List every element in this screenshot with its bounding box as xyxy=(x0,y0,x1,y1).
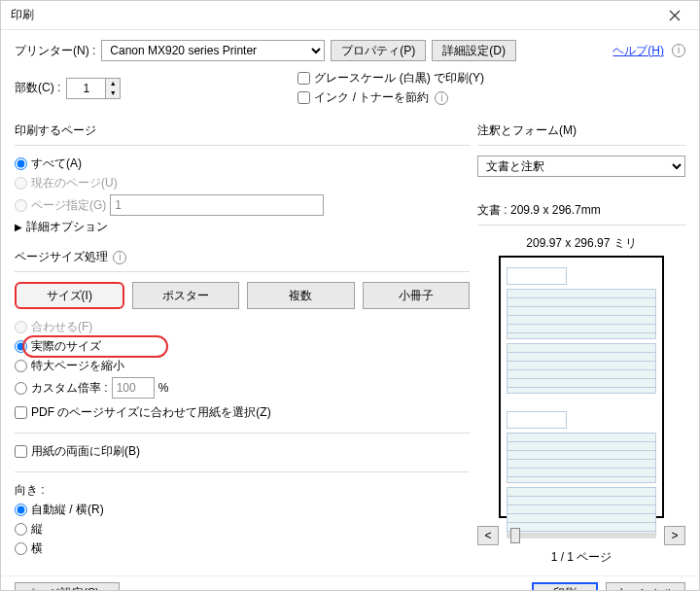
page-indicator: 1 / 1 ページ xyxy=(477,549,685,566)
copies-up[interactable]: ▲ xyxy=(106,79,120,88)
orient-portrait-radio[interactable] xyxy=(15,523,27,536)
document-label: 文書 : xyxy=(477,203,508,217)
next-page-button[interactable]: > xyxy=(664,526,685,545)
pages-all-radio[interactable] xyxy=(15,157,27,170)
print-button[interactable]: 印刷 xyxy=(532,582,598,591)
pages-current-radio xyxy=(15,177,27,190)
document-size: 209.9 x 296.7mm xyxy=(510,203,601,217)
triangle-right-icon: ▶ xyxy=(15,222,22,232)
size-handling-label: ページサイズ処理 xyxy=(15,250,108,263)
duplex-checkbox[interactable] xyxy=(15,445,27,458)
pages-range-radio xyxy=(15,199,27,212)
copies-spinner[interactable]: ▲ ▼ xyxy=(66,78,121,99)
advanced-button[interactable]: 詳細設定(D) xyxy=(432,40,516,61)
info-icon[interactable]: i xyxy=(435,91,448,105)
printer-label: プリンター(N) : xyxy=(15,43,95,59)
orientation-label: 向き : xyxy=(15,482,470,499)
grayscale-label: グレースケール (白黒) で印刷(Y) xyxy=(314,70,484,87)
copies-label: 部数(C) : xyxy=(15,80,60,96)
copies-input[interactable] xyxy=(66,78,105,99)
tab-booklet[interactable]: 小冊子 xyxy=(363,282,471,309)
pages-group-title: 印刷するページ xyxy=(15,122,470,139)
fit-radio xyxy=(15,321,27,333)
page-slider[interactable] xyxy=(507,533,656,539)
actual-size-label: 実際のサイズ xyxy=(31,338,101,355)
advanced-options-expander[interactable]: ▶ 詳細オプション xyxy=(15,219,470,235)
help-icon[interactable]: i xyxy=(672,44,685,57)
preview-size: 209.97 x 296.97 ミリ xyxy=(477,235,685,252)
orient-landscape-radio[interactable] xyxy=(15,542,27,555)
close-icon xyxy=(669,10,681,21)
pages-range-input xyxy=(110,194,324,216)
pages-all-label: すべて(A) xyxy=(31,156,82,172)
comments-select[interactable]: 文書と注釈 xyxy=(477,156,685,177)
close-button[interactable] xyxy=(654,2,695,29)
grayscale-checkbox[interactable] xyxy=(298,72,310,85)
info-icon[interactable]: i xyxy=(113,251,126,264)
page-preview xyxy=(499,256,664,518)
orient-auto-radio[interactable] xyxy=(15,504,27,516)
custom-scale-radio[interactable] xyxy=(15,382,27,395)
pdf-match-checkbox[interactable] xyxy=(15,406,27,419)
tab-size[interactable]: サイズ(I) xyxy=(15,282,124,309)
comments-label: 注釈とフォーム(M) xyxy=(477,122,685,139)
savetoner-checkbox[interactable] xyxy=(298,91,310,104)
tab-poster[interactable]: ポスター xyxy=(132,282,240,309)
tab-multi[interactable]: 複数 xyxy=(247,282,355,309)
window-title: 印刷 xyxy=(11,7,654,23)
pages-current-label: 現在のページ(U) xyxy=(31,175,118,191)
prev-page-button[interactable]: < xyxy=(477,526,499,545)
page-setup-button[interactable]: ページ設定(S)... xyxy=(15,582,120,591)
help-link[interactable]: ヘルプ(H) xyxy=(612,43,664,59)
cancel-button[interactable]: キャンセル xyxy=(606,582,685,591)
printer-select[interactable]: Canon MX920 series Printer xyxy=(101,40,325,61)
pages-range-label: ページ指定(G) xyxy=(31,197,106,214)
custom-scale-input xyxy=(112,377,155,399)
shrink-radio[interactable] xyxy=(15,360,27,372)
copies-down[interactable]: ▼ xyxy=(106,88,120,98)
actual-size-radio[interactable] xyxy=(15,340,27,353)
savetoner-label: インク / トナーを節約 xyxy=(314,89,429,106)
properties-button[interactable]: プロパティ(P) xyxy=(331,40,426,61)
